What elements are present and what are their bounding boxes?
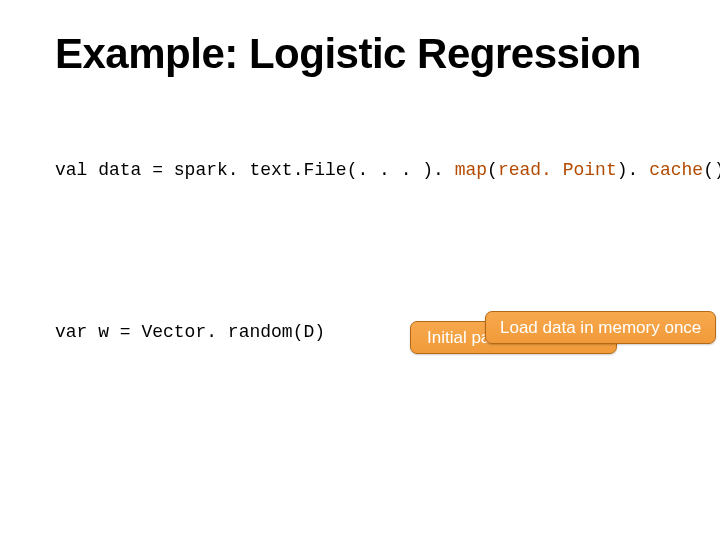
code-text: val data = spark. text.File(. . . ). [55,160,455,180]
code-line: var w = Vector. random(D) Load data in m… [55,319,675,427]
code-text: ). [617,160,649,180]
code-method-map: map [455,160,487,180]
code-block: val data = spark. text.File(. . . ). map… [55,103,675,540]
code-line-blank [55,481,675,508]
code-text: () [703,160,720,180]
code-method-cache: cache [649,160,703,180]
code-line: val data = spark. text.File(. . . ). map… [55,157,675,184]
code-line-blank [55,238,675,265]
code-text: ( [487,160,498,180]
slide: Example: Logistic Regression val data = … [0,0,720,540]
page-title: Example: Logistic Regression [55,30,675,78]
code-text: var w = Vector. random(D) [55,322,325,342]
callout-load-data: Load data in memory once [485,311,716,344]
code-method-readpoint: read. Point [498,160,617,180]
